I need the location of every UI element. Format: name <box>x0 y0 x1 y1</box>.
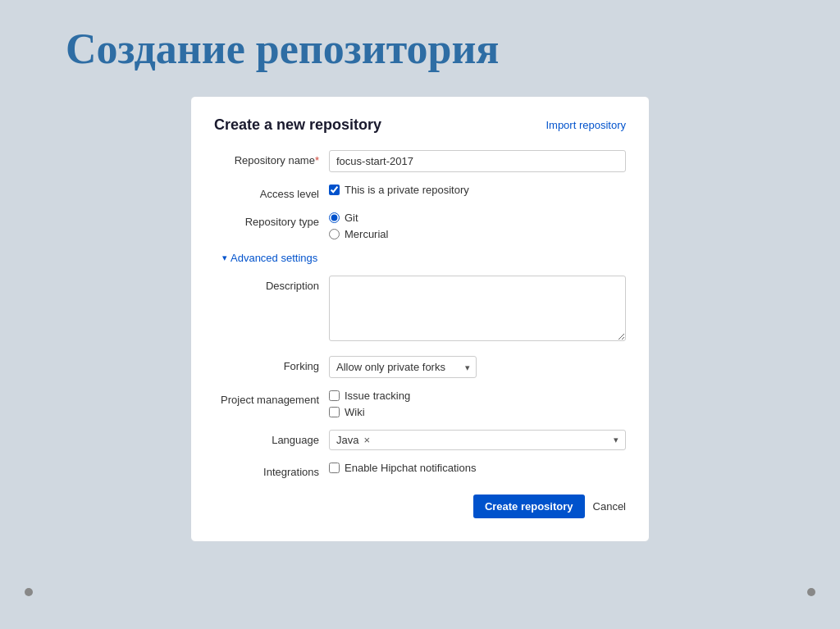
bottom-dot-right <box>807 588 815 596</box>
advanced-settings-toggle[interactable]: Advanced settings <box>214 252 626 264</box>
wiki-row: Wiki <box>329 406 626 418</box>
wiki-label[interactable]: Wiki <box>345 406 365 418</box>
forking-row: Forking Allow only private forks Allow a… <box>214 356 626 378</box>
issue-tracking-row: Issue tracking <box>329 390 626 402</box>
language-selected-value: Java <box>336 434 358 446</box>
access-level-label: Access level <box>214 184 329 200</box>
integrations-label: Integrations <box>214 462 329 478</box>
forking-label: Forking <box>214 356 329 372</box>
language-label: Language <box>214 430 329 446</box>
access-level-row: Access level This is a private repositor… <box>214 184 626 200</box>
repo-type-mercurial-radio[interactable] <box>329 229 340 239</box>
language-clear-button[interactable]: × <box>363 435 370 445</box>
card-title: Create a new repository <box>214 116 381 134</box>
forking-select[interactable]: Allow only private forks Allow all forks… <box>329 356 477 378</box>
bottom-dot-left <box>25 588 33 596</box>
repo-name-label: Repository name* <box>214 150 329 166</box>
cancel-button[interactable]: Cancel <box>593 500 626 513</box>
language-row: Language Java × ▾ <box>214 430 626 450</box>
description-row: Description <box>214 276 626 344</box>
language-chevron-icon: ▾ <box>614 435 619 445</box>
repo-type-label: Repository type <box>214 212 329 228</box>
form-actions: Create repository Cancel <box>214 495 626 518</box>
project-mgmt-label: Project management <box>214 390 329 406</box>
bottom-dots <box>16 572 824 596</box>
repo-type-git-radio[interactable] <box>329 212 340 223</box>
private-repo-checkbox[interactable] <box>329 185 340 195</box>
access-level-checkbox-row: This is a private repository <box>329 184 626 196</box>
create-repository-button[interactable]: Create repository <box>473 495 585 518</box>
project-mgmt-row: Project management Issue tracking Wiki <box>214 390 626 418</box>
repo-type-row: Repository type Git Mercurial <box>214 212 626 240</box>
hipchat-label[interactable]: Enable Hipchat notifications <box>345 462 476 474</box>
hipchat-checkbox[interactable] <box>329 463 340 473</box>
repo-type-mercurial-row: Mercurial <box>329 228 626 240</box>
hipchat-row: Enable Hipchat notifications <box>329 462 626 474</box>
forking-select-wrapper: Allow only private forks Allow all forks… <box>329 356 477 378</box>
repo-type-mercurial-label[interactable]: Mercurial <box>345 228 388 240</box>
project-mgmt-group: Issue tracking Wiki <box>329 390 626 418</box>
description-input[interactable] <box>329 276 626 341</box>
issue-tracking-checkbox[interactable] <box>329 390 340 401</box>
repo-name-input[interactable] <box>329 150 626 172</box>
page-title: Создание репозитория <box>66 25 500 73</box>
repo-type-radio-group: Git Mercurial <box>329 212 626 240</box>
repo-name-row: Repository name* <box>214 150 626 172</box>
language-select-wrapper[interactable]: Java × ▾ <box>329 430 626 450</box>
description-label: Description <box>214 276 329 292</box>
issue-tracking-label[interactable]: Issue tracking <box>345 390 410 402</box>
import-repository-link[interactable]: Import repository <box>546 119 626 131</box>
private-repo-label[interactable]: This is a private repository <box>345 184 469 196</box>
wiki-checkbox[interactable] <box>329 407 340 417</box>
repo-type-git-row: Git <box>329 212 626 224</box>
card-header: Create a new repository Import repositor… <box>214 116 626 134</box>
form-card: Create a new repository Import repositor… <box>190 96 650 542</box>
integrations-row: Integrations Enable Hipchat notification… <box>214 462 626 478</box>
repo-type-git-label[interactable]: Git <box>345 212 358 224</box>
